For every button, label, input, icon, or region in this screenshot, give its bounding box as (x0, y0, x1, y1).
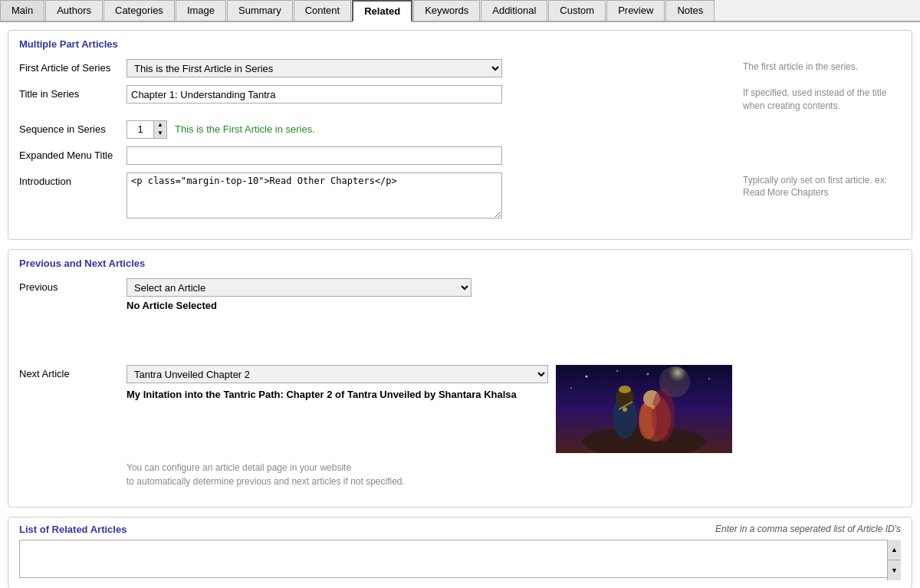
configure-hint: You can configure an article detail page… (127, 461, 732, 488)
previous-hint (732, 278, 901, 280)
next-article-info: Select an Article Tantra Unveiled Chapte… (127, 365, 548, 453)
scrollbar-buttons: ▲ ▼ (887, 540, 901, 580)
tab-image[interactable]: Image (176, 0, 226, 21)
prev-spacer (127, 311, 732, 357)
introduction-textarea[interactable]: <p class="margin-top-10">Read Other Chap… (127, 172, 502, 218)
expanded-menu-row: Expanded Menu Title (19, 146, 901, 165)
first-article-control: This is the First Article in Series No -… (127, 59, 732, 77)
first-article-label: First Article of Series (19, 59, 127, 74)
spin-buttons: ▲ ▼ (154, 120, 167, 139)
title-in-series-label: Title in Series (19, 85, 127, 100)
tab-additional[interactable]: Additional (481, 0, 547, 21)
sequence-control: 1 ▲ ▼ This is the First Article in serie… (127, 120, 732, 139)
prev-next-section: Previous and Next Articles Previous Sele… (8, 249, 912, 508)
previous-row: Previous Select an Article No Article Se… (19, 278, 901, 357)
tab-bar: Main Authors Categories Image Summary Co… (0, 0, 920, 22)
sequence-spinner: 1 ▲ ▼ (127, 120, 167, 139)
next-article-control: Select an Article Tantra Unveiled Chapte… (127, 365, 732, 488)
next-hint (732, 365, 901, 366)
related-textarea[interactable] (19, 540, 901, 578)
related-title: List of Related Articles (19, 524, 127, 535)
spin-down-button[interactable]: ▼ (154, 130, 166, 138)
next-article-row: Next Article Select an Article Tantra Un… (19, 365, 901, 488)
related-articles-section: List of Related Articles Enter in a comm… (8, 517, 912, 588)
expanded-menu-control (127, 146, 732, 165)
tab-summary[interactable]: Summary (227, 0, 293, 21)
expanded-menu-label: Expanded Menu Title (19, 146, 127, 161)
tab-related[interactable]: Related (352, 0, 412, 22)
tab-custom[interactable]: Custom (548, 0, 606, 21)
related-hint: Enter in a comma seperated list of Artic… (715, 524, 901, 534)
svg-point-10 (619, 386, 631, 393)
introduction-row: Introduction <p class="margin-top-10">Re… (19, 172, 901, 221)
sequence-row: Sequence in Series 1 ▲ ▼ This is the Fir… (19, 120, 901, 139)
scroll-up-button[interactable]: ▲ (888, 540, 901, 560)
svg-point-5 (708, 378, 710, 379)
next-article-label: Next Article (19, 365, 127, 379)
next-article-select[interactable]: Select an Article Tantra Unveiled Chapte… (127, 365, 548, 383)
related-header: List of Related Articles Enter in a comm… (19, 524, 901, 535)
expanded-menu-hint (732, 146, 901, 148)
svg-point-6 (570, 387, 572, 389)
title-in-series-control: Chapter 1: Understanding Tantra (127, 85, 732, 103)
svg-point-16 (623, 407, 627, 412)
introduction-control: <p class="margin-top-10">Read Other Chap… (127, 172, 732, 221)
sequence-text: This is the First Article in series. (175, 123, 315, 135)
first-article-hint: The first article in the series. (732, 59, 901, 74)
tab-content[interactable]: Content (294, 0, 352, 21)
multiple-part-section: Multiple Part Articles First Article of … (8, 30, 912, 240)
scroll-down-button[interactable]: ▼ (888, 560, 901, 580)
next-article-image (556, 365, 732, 453)
multiple-part-title: Multiple Part Articles (19, 38, 901, 50)
first-article-select[interactable]: This is the First Article in Series No -… (127, 59, 502, 77)
next-article-title: My Initation into the Tantric Path: Chap… (127, 388, 548, 402)
svg-point-17 (652, 405, 656, 409)
svg-point-4 (647, 373, 649, 375)
tab-categories[interactable]: Categories (104, 0, 175, 21)
introduction-label: Introduction (19, 172, 127, 187)
next-article-inner: Select an Article Tantra Unveiled Chapte… (127, 365, 732, 453)
previous-select[interactable]: Select an Article (127, 278, 472, 297)
previous-control: Select an Article No Article Selected (127, 278, 732, 357)
sequence-hint (732, 120, 901, 122)
no-article-text: No Article Selected (127, 300, 732, 311)
svg-point-3 (616, 370, 618, 372)
first-article-row: First Article of Series This is the Firs… (19, 59, 901, 77)
tab-authors[interactable]: Authors (45, 0, 103, 21)
sequence-label: Sequence in Series (19, 120, 127, 135)
sequence-input[interactable]: 1 (127, 120, 154, 139)
title-in-series-row: Title in Series Chapter 1: Understanding… (19, 85, 901, 113)
prev-next-title: Previous and Next Articles (19, 258, 901, 269)
tab-keywords[interactable]: Keywords (413, 0, 480, 21)
spin-up-button[interactable]: ▲ (154, 121, 166, 130)
tab-notes[interactable]: Notes (665, 0, 715, 21)
expanded-menu-input[interactable] (127, 146, 502, 165)
introduction-hint: Typically only set on first article. ex:… (732, 172, 901, 200)
main-content: Multiple Part Articles First Article of … (0, 22, 920, 588)
tab-main[interactable]: Main (0, 0, 44, 21)
title-in-series-hint: If specified, used instead of the title … (732, 85, 901, 113)
svg-point-2 (586, 375, 588, 377)
svg-point-14 (652, 388, 675, 442)
tab-preview[interactable]: Preview (606, 0, 665, 21)
related-textarea-wrap: ▲ ▼ (19, 540, 901, 580)
title-in-series-input[interactable]: Chapter 1: Understanding Tantra (127, 85, 502, 103)
previous-label: Previous (19, 278, 127, 293)
